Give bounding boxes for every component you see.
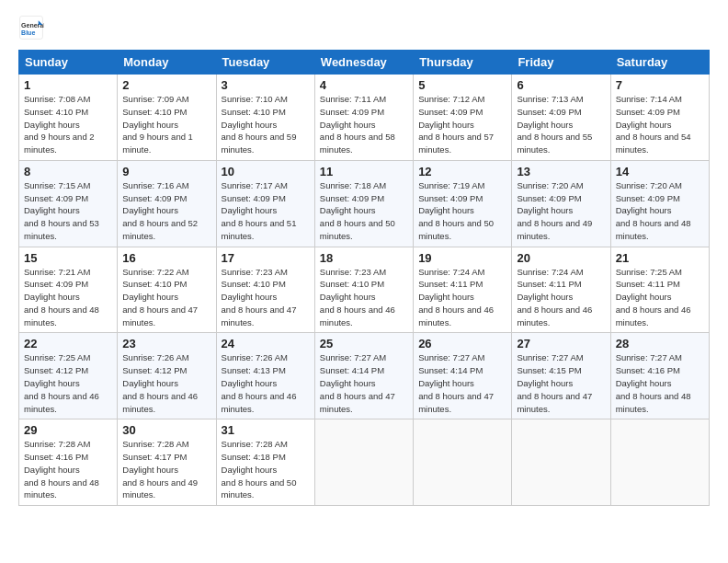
svg-text:Blue: Blue	[21, 29, 35, 36]
day-number: 31	[222, 423, 310, 437]
calendar-cell: 8 Sunrise: 7:15 AMSunset: 4:09 PMDayligh…	[19, 160, 118, 247]
day-info: Sunrise: 7:28 AMSunset: 4:16 PMDaylight …	[24, 439, 99, 500]
calendar-cell: 21 Sunrise: 7:25 AMSunset: 4:11 PMDaylig…	[610, 247, 709, 333]
weekday-header-friday: Friday	[512, 51, 610, 75]
day-number: 28	[616, 337, 704, 350]
calendar-cell: 2 Sunrise: 7:09 AMSunset: 4:10 PMDayligh…	[118, 75, 216, 161]
day-number: 30	[122, 423, 210, 437]
day-info: Sunrise: 7:27 AMSunset: 4:14 PMDaylight …	[320, 352, 395, 413]
day-info: Sunrise: 7:24 AMSunset: 4:11 PMDaylight …	[418, 267, 494, 327]
day-info: Sunrise: 7:15 AMSunset: 4:09 PMDaylight …	[24, 180, 99, 241]
day-info: Sunrise: 7:25 AMSunset: 4:12 PMDaylight …	[24, 352, 99, 413]
day-number: 19	[418, 251, 506, 265]
day-number: 26	[418, 337, 506, 350]
day-info: Sunrise: 7:17 AMSunset: 4:09 PMDaylight …	[222, 180, 297, 241]
calendar-cell	[512, 419, 610, 506]
day-info: Sunrise: 7:08 AMSunset: 4:10 PMDaylight …	[24, 94, 95, 155]
day-number: 14	[616, 165, 704, 178]
day-number: 20	[517, 251, 605, 265]
calendar-cell: 17 Sunrise: 7:23 AMSunset: 4:10 PMDaylig…	[216, 247, 314, 333]
calendar-cell	[314, 419, 413, 506]
calendar-cell	[610, 419, 709, 506]
calendar: SundayMondayTuesdayWednesdayThursdayFrid…	[18, 50, 710, 506]
day-info: Sunrise: 7:21 AMSunset: 4:09 PMDaylight …	[24, 267, 99, 327]
calendar-cell: 6 Sunrise: 7:13 AMSunset: 4:09 PMDayligh…	[512, 75, 610, 161]
calendar-week-1: 1 Sunrise: 7:08 AMSunset: 4:10 PMDayligh…	[19, 75, 710, 161]
calendar-header-row: SundayMondayTuesdayWednesdayThursdayFrid…	[19, 51, 710, 75]
day-number: 1	[24, 78, 112, 92]
day-info: Sunrise: 7:24 AMSunset: 4:11 PMDaylight …	[517, 267, 592, 327]
day-number: 15	[24, 251, 112, 265]
day-number: 2	[122, 78, 210, 92]
calendar-week-4: 22 Sunrise: 7:25 AMSunset: 4:12 PMDaylig…	[19, 333, 710, 419]
weekday-header-sunday: Sunday	[19, 51, 118, 75]
day-number: 11	[320, 165, 408, 178]
day-info: Sunrise: 7:27 AMSunset: 4:16 PMDaylight …	[616, 352, 691, 413]
day-number: 10	[222, 165, 310, 178]
calendar-cell: 12 Sunrise: 7:19 AMSunset: 4:09 PMDaylig…	[414, 160, 512, 247]
day-info: Sunrise: 7:28 AMSunset: 4:17 PMDaylight …	[122, 439, 198, 500]
day-number: 18	[320, 251, 408, 265]
header: General Blue	[18, 15, 710, 40]
day-number: 25	[320, 337, 408, 350]
day-number: 9	[122, 165, 210, 178]
calendar-cell: 25 Sunrise: 7:27 AMSunset: 4:14 PMDaylig…	[314, 333, 413, 419]
day-info: Sunrise: 7:18 AMSunset: 4:09 PMDaylight …	[320, 180, 395, 241]
calendar-cell: 3 Sunrise: 7:10 AMSunset: 4:10 PMDayligh…	[216, 75, 314, 161]
calendar-cell: 4 Sunrise: 7:11 AMSunset: 4:09 PMDayligh…	[314, 75, 413, 161]
day-number: 4	[320, 78, 408, 92]
day-number: 17	[222, 251, 310, 265]
day-info: Sunrise: 7:28 AMSunset: 4:18 PMDaylight …	[222, 439, 297, 500]
day-info: Sunrise: 7:25 AMSunset: 4:11 PMDaylight …	[616, 267, 691, 327]
day-number: 23	[122, 337, 210, 350]
calendar-cell: 26 Sunrise: 7:27 AMSunset: 4:14 PMDaylig…	[414, 333, 512, 419]
calendar-cell: 18 Sunrise: 7:23 AMSunset: 4:10 PMDaylig…	[314, 247, 413, 333]
calendar-cell: 1 Sunrise: 7:08 AMSunset: 4:10 PMDayligh…	[19, 75, 118, 161]
calendar-cell: 7 Sunrise: 7:14 AMSunset: 4:09 PMDayligh…	[610, 75, 709, 161]
day-info: Sunrise: 7:11 AMSunset: 4:09 PMDaylight …	[320, 94, 395, 155]
day-info: Sunrise: 7:23 AMSunset: 4:10 PMDaylight …	[222, 267, 297, 327]
calendar-cell: 11 Sunrise: 7:18 AMSunset: 4:09 PMDaylig…	[314, 160, 413, 247]
calendar-week-2: 8 Sunrise: 7:15 AMSunset: 4:09 PMDayligh…	[19, 160, 710, 247]
day-info: Sunrise: 7:10 AMSunset: 4:10 PMDaylight …	[222, 94, 297, 155]
page: General Blue SundayMondayTuesdayWednesda…	[0, 0, 728, 563]
calendar-cell: 23 Sunrise: 7:26 AMSunset: 4:12 PMDaylig…	[118, 333, 216, 419]
day-number: 8	[24, 165, 112, 178]
calendar-cell: 19 Sunrise: 7:24 AMSunset: 4:11 PMDaylig…	[414, 247, 512, 333]
day-info: Sunrise: 7:23 AMSunset: 4:10 PMDaylight …	[320, 267, 395, 327]
calendar-cell: 10 Sunrise: 7:17 AMSunset: 4:09 PMDaylig…	[216, 160, 314, 247]
calendar-cell: 20 Sunrise: 7:24 AMSunset: 4:11 PMDaylig…	[512, 247, 610, 333]
day-number: 3	[222, 78, 310, 92]
day-info: Sunrise: 7:26 AMSunset: 4:13 PMDaylight …	[222, 352, 297, 413]
calendar-cell: 16 Sunrise: 7:22 AMSunset: 4:10 PMDaylig…	[118, 247, 216, 333]
day-info: Sunrise: 7:26 AMSunset: 4:12 PMDaylight …	[122, 352, 198, 413]
day-number: 24	[222, 337, 310, 350]
logo: General Blue	[18, 15, 46, 40]
calendar-week-3: 15 Sunrise: 7:21 AMSunset: 4:09 PMDaylig…	[19, 247, 710, 333]
calendar-cell: 30 Sunrise: 7:28 AMSunset: 4:17 PMDaylig…	[118, 419, 216, 506]
day-number: 16	[122, 251, 210, 265]
calendar-cell: 27 Sunrise: 7:27 AMSunset: 4:15 PMDaylig…	[512, 333, 610, 419]
day-number: 6	[517, 78, 605, 92]
weekday-header-wednesday: Wednesday	[314, 51, 413, 75]
logo-icon: General Blue	[18, 15, 44, 40]
weekday-header-monday: Monday	[118, 51, 216, 75]
day-info: Sunrise: 7:27 AMSunset: 4:15 PMDaylight …	[517, 352, 592, 413]
calendar-cell: 5 Sunrise: 7:12 AMSunset: 4:09 PMDayligh…	[414, 75, 512, 161]
calendar-cell: 9 Sunrise: 7:16 AMSunset: 4:09 PMDayligh…	[118, 160, 216, 247]
day-info: Sunrise: 7:22 AMSunset: 4:10 PMDaylight …	[122, 267, 198, 327]
day-number: 13	[517, 165, 605, 178]
day-info: Sunrise: 7:19 AMSunset: 4:09 PMDaylight …	[418, 180, 494, 241]
day-info: Sunrise: 7:14 AMSunset: 4:09 PMDaylight …	[616, 94, 691, 155]
calendar-cell: 22 Sunrise: 7:25 AMSunset: 4:12 PMDaylig…	[19, 333, 118, 419]
calendar-week-5: 29 Sunrise: 7:28 AMSunset: 4:16 PMDaylig…	[19, 419, 710, 506]
day-number: 5	[418, 78, 506, 92]
calendar-cell: 29 Sunrise: 7:28 AMSunset: 4:16 PMDaylig…	[19, 419, 118, 506]
calendar-cell	[414, 419, 512, 506]
day-info: Sunrise: 7:09 AMSunset: 4:10 PMDaylight …	[122, 94, 193, 155]
calendar-cell: 31 Sunrise: 7:28 AMSunset: 4:18 PMDaylig…	[216, 419, 314, 506]
calendar-cell: 13 Sunrise: 7:20 AMSunset: 4:09 PMDaylig…	[512, 160, 610, 247]
day-number: 7	[616, 78, 704, 92]
calendar-cell: 14 Sunrise: 7:20 AMSunset: 4:09 PMDaylig…	[610, 160, 709, 247]
day-info: Sunrise: 7:20 AMSunset: 4:09 PMDaylight …	[616, 180, 691, 241]
